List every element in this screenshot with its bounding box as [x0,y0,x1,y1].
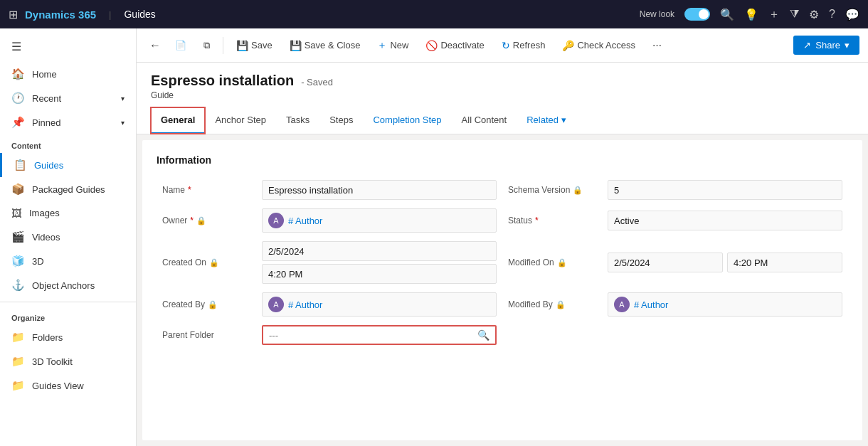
save-button[interactable]: 💾 Save [229,36,280,55]
created-by-value[interactable]: A # Author [262,292,497,317]
sidebar-item-pinned[interactable]: 📌 Pinned ▾ [0,110,136,134]
field-owner-col: Owner * 🔒 A # Author [157,204,502,237]
section-title-organize: Organize [0,307,136,325]
new-look-label: New look [640,9,674,19]
main-layout: ☰ 🏠 Home 🕐 Recent ▾ 📌 Pinned ▾ Content 📋… [0,28,868,446]
sidebar-item-images[interactable]: 🖼 Images [0,201,136,225]
deactivate-icon: 🚫 [425,40,438,51]
sidebar-label-guides-view: Guides View [32,381,84,391]
sidebar: ☰ 🏠 Home 🕐 Recent ▾ 📌 Pinned ▾ Content 📋… [0,28,137,446]
modified-on-date: 2/5/2024 [608,253,723,272]
modified-by-value[interactable]: A # Author [608,292,842,317]
parent-folder-input[interactable] [269,330,475,341]
sidebar-label-pinned: Pinned [32,117,60,128]
sidebar-item-recent[interactable]: 🕐 Recent ▾ [0,86,136,110]
check-access-button[interactable]: 🔑 Check Access [555,36,642,55]
lightbulb-icon[interactable]: 💡 [744,8,758,21]
grid-icon[interactable]: ⊞ [9,8,18,21]
folder-icon: 📁 [11,331,25,344]
new-window-button[interactable]: ⧉ [196,36,217,55]
sidebar-item-home[interactable]: 🏠 Home [0,62,136,86]
chat-icon[interactable]: 💬 [845,8,859,21]
sidebar-item-packaged-guides[interactable]: 📦 Packaged Guides [0,177,136,201]
sidebar-item-guides-view[interactable]: 📁 Guides View [0,373,136,398]
sidebar-item-videos[interactable]: 🎬 Videos [0,225,136,249]
sidebar-item-3d[interactable]: 🧊 3D [0,249,136,273]
share-icon: ↗ [803,40,811,51]
field-status-col: Status * Active [502,204,848,237]
save-close-label: Save & Close [305,40,361,51]
field-modified-by-col: Modified By 🔒 A # Author [502,288,848,321]
save-view-button[interactable]: 📄 [168,36,194,55]
field-created-on-col: Created On 🔒 2/5/2024 4:20 PM [157,237,502,288]
sidebar-item-3d-toolkit[interactable]: 📁 3D Toolkit [0,349,136,373]
modified-by-lock-icon: 🔒 [556,300,566,309]
status-required: * [535,216,539,225]
created-by-lock-icon: 🔒 [208,300,218,309]
created-on-date: 2/5/2024 [262,241,497,261]
field-schema-version-col: Schema Version 🔒 5 [502,176,848,204]
created-by-label: Created By 🔒 [162,299,262,309]
toolkit-icon: 📁 [11,355,25,368]
package-icon: 📦 [11,183,25,196]
name-value[interactable]: Espresso installation [262,180,497,200]
field-created-by-col: Created By 🔒 A # Author [157,288,502,321]
cube-icon: 🧊 [11,255,25,267]
new-look-toggle[interactable] [684,8,710,21]
sidebar-label-guides: Guides [34,160,63,171]
modified-by-link[interactable]: # Author [634,299,668,310]
new-button[interactable]: ＋ New [370,35,416,56]
tab-completion-step[interactable]: Completion Step [363,107,451,134]
field-modified-on-col: Modified On 🔒 2/5/2024 4:20 PM [502,237,848,288]
more-options-button[interactable]: ⋯ [645,36,669,55]
parent-folder-search-icon[interactable]: 🔍 [477,329,489,341]
save-close-button[interactable]: 💾 Save & Close [282,36,368,55]
status-label: Status * [508,216,608,225]
sidebar-hamburger[interactable]: ☰ [0,34,136,59]
back-button[interactable]: ← [145,36,165,55]
owner-lock-icon: 🔒 [196,216,206,225]
tab-tasks[interactable]: Tasks [276,107,319,134]
sidebar-label-folders: Folders [32,332,63,343]
filter-icon[interactable]: ⧩ [790,8,799,21]
modified-on-lock-icon: 🔒 [557,258,567,267]
help-icon[interactable]: ? [829,8,835,21]
tab-general[interactable]: General [151,107,205,134]
nav-arrows: ← [145,36,165,55]
guides-view-icon: 📁 [11,379,25,392]
created-on-time: 4:20 PM [262,264,497,284]
search-icon[interactable]: 🔍 [720,8,734,21]
related-dropdown-icon: ▾ [561,115,566,125]
sidebar-item-guides[interactable]: 📋 Guides [0,153,136,177]
record-title: Espresso installation [151,73,294,89]
status-value: Active [608,211,842,230]
owner-link[interactable]: # Author [288,216,322,226]
sidebar-item-object-anchors[interactable]: ⚓ Object Anchors [0,273,136,297]
created-on-label: Created On 🔒 [162,257,262,267]
tab-steps[interactable]: Steps [319,107,363,134]
sidebar-item-folders[interactable]: 📁 Folders [0,325,136,349]
save-view-icon: 📄 [175,40,186,51]
anchor-icon: ⚓ [11,279,25,292]
sidebar-label-packaged: Packaged Guides [32,184,105,195]
tab-anchor-step[interactable]: Anchor Step [205,107,276,134]
tab-related[interactable]: Related ▾ [517,107,576,134]
schema-version-label: Schema Version 🔒 [508,185,608,195]
share-label: Share [815,40,840,51]
owner-required: * [190,216,194,225]
created-by-link[interactable]: # Author [288,299,322,310]
deactivate-label: Deactivate [440,40,484,51]
settings-icon[interactable]: ⚙ [809,8,819,21]
owner-value[interactable]: A # Author [262,208,497,233]
created-on-lock-icon: 🔒 [209,258,219,267]
tab-all-content[interactable]: All Content [452,107,517,134]
name-required: * [188,185,191,195]
clock-icon: 🕐 [11,92,25,105]
refresh-button[interactable]: ↻ Refresh [494,36,553,55]
share-button[interactable]: ↗ Share ▾ [793,36,859,55]
parent-folder-input-wrapper[interactable]: 🔍 [262,325,497,345]
record-header: Espresso installation - Saved Guide [137,63,868,107]
plus-icon[interactable]: ＋ [768,7,780,22]
module-title: Guides [124,9,155,20]
deactivate-button[interactable]: 🚫 Deactivate [418,36,491,55]
